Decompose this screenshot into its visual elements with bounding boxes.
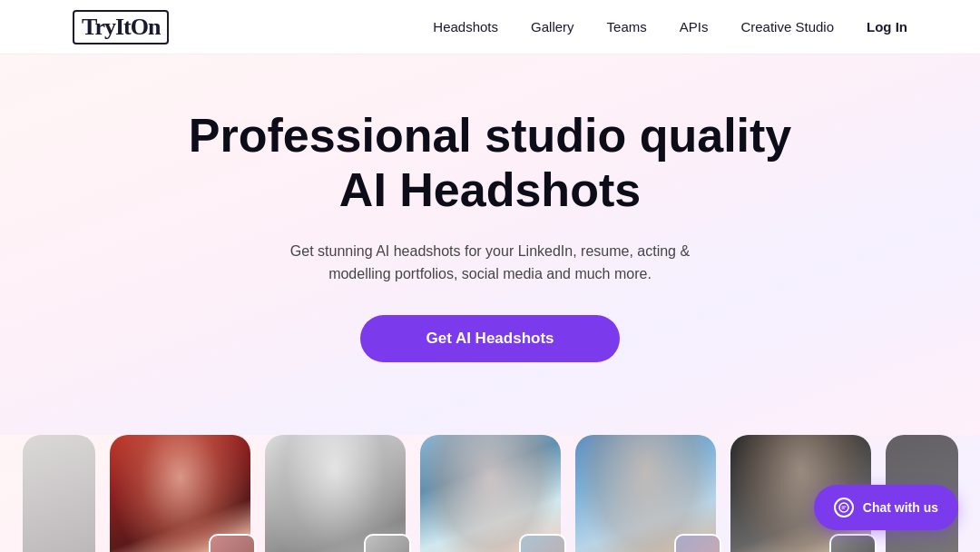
chat-icon xyxy=(834,498,854,518)
chat-label: Chat with us xyxy=(863,500,938,515)
hero-headline: Professional studio quality AI Headshots xyxy=(172,109,808,218)
card-inset-adriana xyxy=(674,534,721,552)
header: TryItOn Headshots Gallery Teams APIs Cre… xyxy=(0,0,980,54)
card-inset-nathan xyxy=(829,534,877,552)
hero-section: Professional studio quality AI Headshots… xyxy=(0,54,980,435)
card-partial-left: 'S xyxy=(23,435,95,552)
card-inset-ana xyxy=(519,534,566,552)
nav-headshots[interactable]: Headshots xyxy=(433,19,498,34)
nav-login[interactable]: Log In xyxy=(867,19,907,34)
chat-button[interactable]: Chat with us xyxy=(814,485,958,530)
card-inset-madeleine xyxy=(209,534,256,552)
card-ana: Ana Luisa HR Advisor, JAL xyxy=(420,435,561,552)
nav-gallery[interactable]: Gallery xyxy=(531,19,574,34)
nav-teams[interactable]: Teams xyxy=(607,19,647,34)
card-abby: Abby R Director of Social, Try it on AI xyxy=(265,435,406,552)
nav-creative-studio[interactable]: Creative Studio xyxy=(740,19,834,34)
card-inset-abby xyxy=(364,534,411,552)
hero-subtext: Get stunning AI headshots for your Linke… xyxy=(272,240,708,286)
logo[interactable]: TryItOn xyxy=(73,10,169,44)
card-adriana: Adriana L CoFounder, Try it on AI xyxy=(575,435,716,552)
svg-point-0 xyxy=(839,503,848,512)
card-madeleine: Madeleine B Hollywood Actress xyxy=(110,435,250,552)
nav-apis[interactable]: APIs xyxy=(680,19,709,34)
nav: Headshots Gallery Teams APIs Creative St… xyxy=(433,19,907,34)
cta-button[interactable]: Get AI Headshots xyxy=(360,315,619,362)
